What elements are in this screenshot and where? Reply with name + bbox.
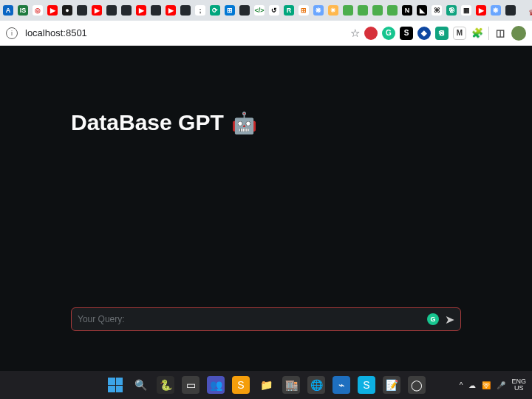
tab-favicon[interactable]: ; xyxy=(195,5,205,16)
tray-mic-icon[interactable]: 🎤 xyxy=(497,381,505,389)
extensions-menu-icon[interactable]: 🧩 xyxy=(471,27,484,40)
tab-favicon-row: AIS◎▶● ▶ ▶ ▶ ;⟳⊞ </>↺R⊞❋✷ N◣⌘֎▦▶❋ xyxy=(3,5,516,16)
tab-favicon[interactable]: ❋ xyxy=(313,5,324,16)
tab-favicon[interactable] xyxy=(372,5,383,16)
tab-favicon[interactable]: ▶ xyxy=(166,5,176,16)
robot-icon: 🤖 xyxy=(231,111,257,135)
lang-bot: US xyxy=(514,385,524,392)
tab-favicon[interactable] xyxy=(180,5,191,16)
taskbar: 🔍🐍▭👥S📁🏬🌐⌁S📝◯ ^ ☁ 🛜 🎤 ENG US xyxy=(0,371,532,399)
tab-favicon[interactable] xyxy=(151,5,161,16)
system-tray: ^ ☁ 🛜 🎤 ENG US xyxy=(460,378,526,392)
grammarly-icon[interactable]: G xyxy=(427,313,439,325)
tab-favicon[interactable] xyxy=(106,5,117,16)
taskbar-app[interactable]: ◯ xyxy=(408,376,426,394)
taskbar-task-view[interactable]: ▭ xyxy=(182,376,200,394)
tab-favicon[interactable] xyxy=(358,5,368,16)
taskbar-vscode[interactable]: ⌁ xyxy=(332,376,350,394)
taskbar-sublime[interactable]: S xyxy=(232,376,250,394)
tab-favicon[interactable] xyxy=(343,5,353,16)
tabs: ♛ × ❋ xyxy=(522,0,532,21)
bookmark-star-icon[interactable]: ☆ xyxy=(350,27,360,40)
tab-favicon[interactable]: ⟳ xyxy=(210,5,220,16)
extension-icon[interactable]: M xyxy=(453,27,466,40)
app-content: DataBase GPT 🤖 G ➤ xyxy=(0,46,532,371)
windows-logo-icon xyxy=(108,378,123,392)
tray-chevron-icon[interactable]: ^ xyxy=(460,381,463,389)
address-bar: i localhost:8501 ☆ GS◆֎M 🧩 ◫ xyxy=(0,21,532,46)
tab-favicon[interactable]: N xyxy=(402,5,412,16)
extension-icon[interactable]: G xyxy=(382,27,395,40)
tab-favicon[interactable]: ↺ xyxy=(269,5,279,16)
tab-favicon[interactable]: A xyxy=(3,5,13,16)
tab-favicon[interactable]: ▶ xyxy=(92,5,102,16)
send-button[interactable]: ➤ xyxy=(445,313,454,327)
tab-favicon[interactable]: IS xyxy=(18,5,28,16)
query-box: G ➤ xyxy=(71,307,461,331)
taskbar-skype[interactable]: S xyxy=(358,376,375,394)
tray-language[interactable]: ENG US xyxy=(511,378,526,392)
tray-cloud-icon[interactable]: ☁ xyxy=(468,381,476,389)
tab-favicon[interactable] xyxy=(505,5,516,16)
extension-icon[interactable]: ◆ xyxy=(417,27,431,40)
site-info-icon[interactable]: i xyxy=(6,27,18,39)
page-title: DataBase GPT 🤖 xyxy=(71,110,257,135)
divider xyxy=(488,27,489,40)
taskbar-pycharm[interactable]: 🐍 xyxy=(157,376,174,394)
taskbar-search[interactable]: 🔍 xyxy=(132,376,149,394)
tray-network-icon[interactable]: 🛜 xyxy=(482,381,491,389)
tab-favicon[interactable]: ◣ xyxy=(417,5,427,16)
tab-favicon[interactable]: ❋ xyxy=(491,5,501,16)
tab-strip: AIS◎▶● ▶ ▶ ▶ ;⟳⊞ </>↺R⊞❋✷ N◣⌘֎▦▶❋ ♛ × ❋ … xyxy=(0,0,532,21)
tab-favicon[interactable]: ◎ xyxy=(33,5,43,16)
tab-favicon[interactable]: ● xyxy=(62,5,72,16)
tab-favicon[interactable]: ⌘ xyxy=(432,5,442,16)
title-text: DataBase GPT xyxy=(71,110,224,135)
tab-favicon[interactable] xyxy=(121,5,132,16)
tab-favicon[interactable]: ▶ xyxy=(47,5,58,16)
tab-favicon[interactable]: ▶ xyxy=(136,5,146,16)
tab-favicon[interactable] xyxy=(239,5,250,16)
tab-favicon[interactable]: R xyxy=(284,5,294,16)
query-input[interactable] xyxy=(78,314,427,324)
tab-favicon[interactable]: ▶ xyxy=(476,5,486,16)
extension-icon[interactable]: ֎ xyxy=(435,27,449,40)
taskbar-chrome[interactable]: 🌐 xyxy=(307,376,325,394)
profile-avatar[interactable] xyxy=(511,26,526,41)
tab-favicon[interactable]: ▦ xyxy=(461,5,471,16)
tab-favicon[interactable]: ֎ xyxy=(446,5,457,16)
extension-icon[interactable] xyxy=(364,27,378,40)
taskbar-start[interactable] xyxy=(106,376,124,394)
taskbar-explorer[interactable]: 📁 xyxy=(257,376,275,394)
tab-favicon[interactable] xyxy=(77,5,87,16)
tab-favicon[interactable] xyxy=(387,5,398,16)
tab-favicon[interactable]: ⊞ xyxy=(299,5,309,16)
extension-icon[interactable]: S xyxy=(400,27,413,40)
taskbar-notepad[interactable]: 📝 xyxy=(383,376,400,394)
side-panel-icon[interactable]: ◫ xyxy=(494,27,507,40)
url-field[interactable]: localhost:8501 xyxy=(22,27,346,38)
taskbar-teams[interactable]: 👥 xyxy=(207,376,225,394)
tab-crown[interactable]: ♛ xyxy=(522,4,532,21)
extensions-row: GS◆֎M xyxy=(364,27,466,40)
tab-favicon[interactable]: </> xyxy=(254,5,265,16)
tab-favicon[interactable]: ⊞ xyxy=(225,5,235,16)
taskbar-items: 🔍🐍▭👥S📁🏬🌐⌁S📝◯ xyxy=(106,376,426,394)
taskbar-store[interactable]: 🏬 xyxy=(282,376,300,394)
tab-favicon[interactable]: ✷ xyxy=(328,5,338,16)
